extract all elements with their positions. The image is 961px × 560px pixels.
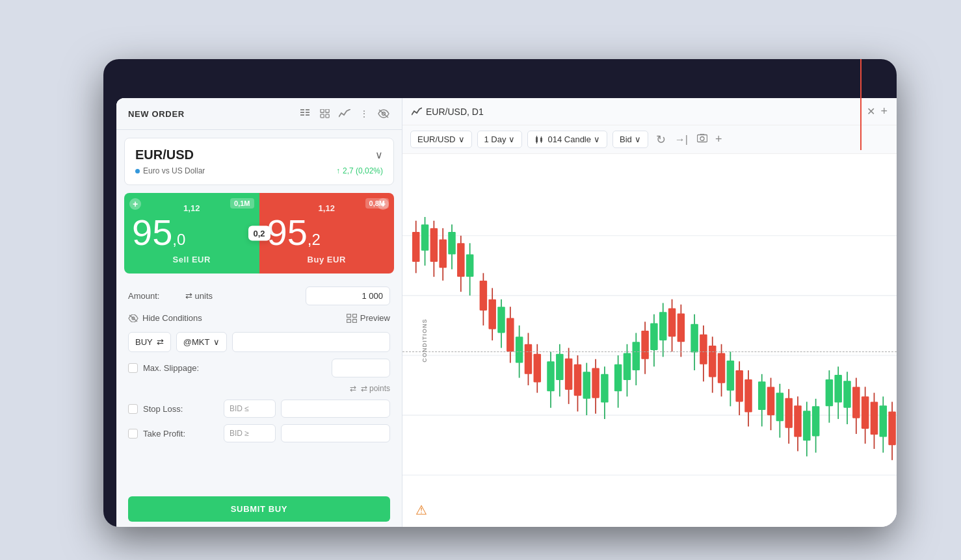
amount-row: Amount: ⇄ units [128,286,390,305]
symbol-value: EUR/USD [417,134,456,144]
chart-icon[interactable] [338,107,351,120]
svg-rect-78 [633,342,640,370]
price-change: ↑ 2,7 (0,02%) [336,166,383,175]
timeframe-dropdown[interactable]: 1 Day ∨ [477,131,523,148]
stop-loss-label: Stop Loss: [143,404,218,414]
svg-rect-128 [871,401,878,435]
svg-rect-84 [659,312,667,340]
svg-rect-82 [650,324,658,350]
units-toggle[interactable]: ⇄ units [185,291,213,301]
max-slippage-row: Max. Slippage: [128,359,390,377]
app-container: NEW ORDER [116,98,897,527]
chart-title-text: EUR/USD, D1 [426,107,484,117]
svg-rect-2 [300,114,304,116]
buy-price-main: 95,2 [267,214,387,251]
price-input[interactable] [232,332,390,352]
svg-rect-68 [583,372,591,398]
max-slippage-checkbox[interactable] [128,363,138,373]
left-panel: NEW ORDER [116,98,402,527]
panel-header: NEW ORDER [116,98,402,130]
timeframe-value: 1 Day [484,134,507,144]
symbol-row: EUR/USD ∨ [135,147,383,162]
svg-rect-106 [767,387,775,415]
list-icon[interactable] [299,107,312,120]
trade-buttons: + 0,1M 1,12 95,0 Sell EUR 0,2 0,8M + 1,1… [124,193,394,274]
stop-loss-checkbox[interactable] [128,404,138,414]
stop-loss-select[interactable]: BID ≤ [224,400,276,418]
max-slippage-label: Max. Slippage: [143,363,326,373]
svg-rect-50 [497,307,505,333]
stop-loss-input[interactable] [281,400,390,418]
plus-chart-button[interactable]: + [715,133,722,146]
symbol-dropdown[interactable]: EUR/USD ∨ [410,131,472,148]
svg-rect-94 [709,346,717,377]
chevron-down-icon[interactable]: ∨ [375,149,383,161]
eye-slash-icon[interactable] [377,107,390,120]
take-profit-input[interactable] [281,424,390,442]
chart-type-dropdown[interactable]: 014 Candle ∨ [527,131,607,148]
chart-add-button[interactable]: + [880,105,888,118]
svg-rect-74 [614,364,622,391]
amount-input[interactable] [306,286,390,305]
screenshot-icon[interactable] [697,134,707,145]
order-type-value: BUY [135,337,153,347]
svg-rect-8 [321,114,324,118]
svg-rect-34 [421,225,429,251]
svg-rect-42 [457,243,465,277]
market-type-select[interactable]: @MKT ∨ [176,332,228,352]
price-type-dropdown[interactable]: Bid ∨ [612,131,648,148]
submit-buy-button[interactable]: SUBMIT BUY [128,496,390,522]
order-type-select[interactable]: BUY ⇄ [128,332,171,352]
svg-rect-112 [794,405,802,437]
svg-rect-76 [624,353,631,380]
sell-plus-icon: + [129,198,141,210]
chart-area: CONDITIONS [402,154,897,527]
svg-rect-104 [758,381,766,410]
chart-type-value: 014 Candle [547,134,591,144]
sell-price-decimal: ,0 [172,232,185,248]
take-profit-select[interactable]: BID ≥ [224,424,276,442]
take-profit-checkbox[interactable] [128,429,138,439]
order-type-row: BUY ⇄ @MKT ∨ [128,332,390,352]
svg-rect-40 [448,232,456,255]
symbol-selector[interactable]: EUR/USD ∨ Euro vs US Dollar ↑ 2,7 (0,02%… [124,138,394,185]
symbol-name: EUR/USD [135,147,194,162]
svg-rect-17 [352,319,356,322]
dots-icon[interactable]: ⋮ [358,107,371,120]
header-icons: ⋮ [299,107,390,120]
preview-label: Preview [360,313,390,323]
up-arrow-icon: ↑ [336,166,340,175]
svg-rect-60 [547,361,555,391]
form-area: Amount: ⇄ units Hide Conditions [116,281,402,491]
svg-rect-100 [735,370,743,401]
svg-rect-48 [488,299,496,329]
conditions-label: CONDITIONS [421,318,428,362]
chart-type-chevron: ∨ [594,134,600,144]
chart-close-button[interactable]: ✕ [867,105,875,118]
sell-volume: 0,1M [230,198,254,209]
buy-button[interactable]: 0,8M + 1,12 95,2 Buy EUR [259,193,395,274]
preview-button[interactable]: Preview [347,313,390,323]
svg-rect-64 [565,359,573,390]
candlestick-chart [402,154,897,527]
svg-rect-102 [744,379,752,413]
refresh-chart-icon[interactable]: ↻ [656,133,666,147]
svg-rect-110 [785,398,793,428]
chart-title: EUR/USD, D1 [412,107,862,117]
svg-rect-130 [880,405,888,437]
device-frame: NEW ORDER [103,59,897,527]
symbol-info-row: Euro vs US Dollar ↑ 2,7 (0,02%) [135,166,383,175]
price-type-value: Bid [620,134,632,144]
slippage-input[interactable] [332,359,390,377]
buy-label: Buy EUR [267,255,387,264]
svg-rect-54 [516,337,523,363]
chart-header: EUR/USD, D1 ✕ + [402,98,897,125]
sell-button[interactable]: + 0,1M 1,12 95,0 Sell EUR [124,193,259,274]
hide-conditions-label: Hide Conditions [142,313,202,323]
expand-chart-icon[interactable]: →| [675,134,688,146]
svg-rect-118 [826,379,834,406]
grid-icon[interactable] [319,107,332,120]
svg-rect-15 [352,314,356,317]
hide-conditions-toggle[interactable]: Hide Conditions [128,313,202,323]
chart-toolbar: EUR/USD ∨ 1 Day ∨ 014 Ca [402,125,897,154]
